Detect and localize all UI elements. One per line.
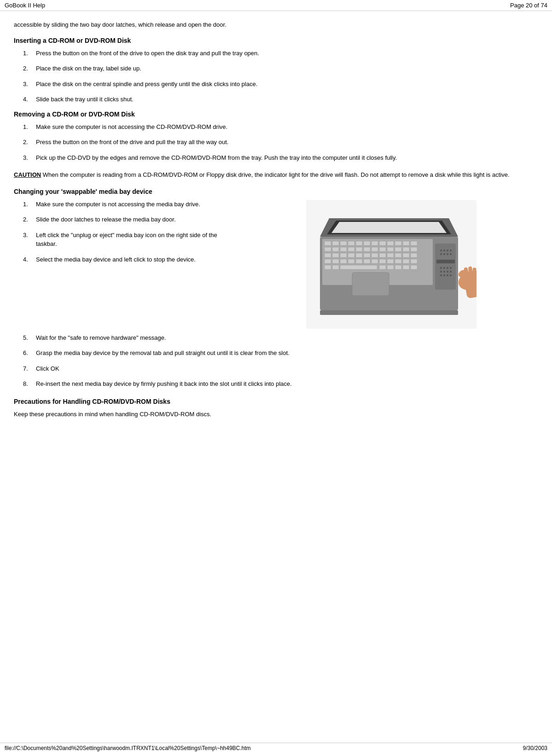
precautions-heading: Precautions for Handling CD-ROM/DVD-ROM …: [14, 398, 538, 405]
svg-rect-17: [411, 241, 417, 245]
svg-point-73: [440, 267, 442, 269]
list-text: Place the disk on the tray, label side u…: [36, 64, 538, 73]
svg-point-67: [447, 250, 448, 251]
svg-rect-16: [403, 241, 409, 245]
precautions-intro: Keep these precautions in mind when hand…: [14, 410, 538, 419]
svg-rect-47: [364, 259, 370, 263]
list-item: 1. Make sure the computer is not accessi…: [23, 200, 235, 209]
svg-rect-45: [348, 259, 354, 263]
svg-rect-29: [411, 247, 417, 251]
svg-rect-34: [356, 253, 362, 257]
svg-rect-24: [372, 247, 378, 251]
svg-point-81: [440, 274, 442, 276]
svg-point-72: [450, 253, 452, 255]
svg-rect-54: [325, 265, 331, 269]
list-item: 1. Press the button on the front of the …: [23, 49, 538, 58]
list-number: 8.: [23, 379, 36, 389]
svg-point-75: [447, 267, 448, 269]
media-bay-section: Changing your 'swappable' media bay devi…: [14, 188, 538, 389]
svg-rect-7: [332, 241, 339, 245]
svg-rect-33: [348, 253, 354, 257]
svg-point-82: [443, 274, 445, 276]
svg-rect-28: [403, 247, 409, 251]
list-number: 4.: [23, 95, 36, 104]
svg-rect-37: [379, 253, 386, 257]
page-header: GoBook II Help Page 20 of 74: [0, 0, 552, 11]
svg-rect-23: [364, 247, 370, 251]
svg-point-80: [450, 271, 452, 273]
intro-text: accessible by sliding the two bay door l…: [14, 20, 538, 29]
list-text: Pick up the CD-DVD by the edges and remo…: [36, 153, 538, 163]
svg-rect-38: [387, 253, 394, 257]
svg-rect-41: [411, 253, 417, 257]
svg-rect-63: [435, 244, 456, 290]
list-item: 3. Place the disk on the central spindle…: [23, 80, 538, 89]
caution-label: CAUTION: [14, 171, 41, 178]
list-number: 5.: [23, 333, 36, 343]
list-item: 7. Click OK: [23, 364, 538, 373]
list-number: 1.: [23, 200, 36, 209]
svg-rect-49: [379, 259, 386, 263]
svg-point-68: [450, 250, 452, 251]
svg-rect-35: [364, 253, 370, 257]
svg-rect-36: [372, 253, 378, 257]
svg-rect-6: [325, 241, 331, 245]
list-item: 3. Left click the "unplug or eject" medi…: [23, 231, 235, 249]
list-number: 3.: [23, 80, 36, 89]
main-content: accessible by sliding the two bay door l…: [0, 11, 552, 454]
removing-heading: Removing a CD-ROM or DVD-ROM Disk: [14, 110, 538, 118]
svg-rect-60: [403, 265, 409, 269]
svg-rect-42: [325, 259, 331, 263]
caution-text: When the computer is reading from a CD-R…: [41, 171, 509, 178]
svg-rect-10: [356, 241, 362, 245]
list-number: 2.: [23, 215, 36, 224]
svg-rect-51: [395, 259, 401, 263]
svg-rect-64: [436, 260, 455, 263]
svg-rect-19: [332, 247, 339, 251]
svg-point-66: [443, 250, 445, 251]
svg-point-84: [450, 274, 452, 276]
svg-rect-22: [356, 247, 362, 251]
svg-rect-9: [348, 241, 354, 245]
svg-rect-53: [411, 259, 417, 263]
inserting-heading: Inserting a CD-ROM or DVD-ROM Disk: [14, 37, 538, 44]
svg-rect-46: [356, 259, 362, 263]
list-number: 7.: [23, 364, 36, 373]
list-number: 4.: [23, 255, 36, 264]
svg-rect-58: [387, 265, 394, 269]
list-number: 2.: [23, 138, 36, 147]
list-number: 1.: [23, 49, 36, 58]
list-text: Press the button on the front of the dri…: [36, 49, 538, 58]
svg-rect-56: [340, 265, 377, 269]
list-item: 2. Place the disk on the tray, label sid…: [23, 64, 538, 73]
list-number: 6.: [23, 349, 36, 358]
list-item: 5. Wait for the "safe to remove hardware…: [23, 333, 538, 343]
list-number: 3.: [23, 153, 36, 163]
svg-rect-20: [340, 247, 347, 251]
svg-rect-26: [387, 247, 394, 251]
list-text: Wait for the "safe to remove hardware" m…: [36, 333, 538, 343]
list-text: Make sure the computer is not accessing …: [36, 122, 538, 132]
svg-rect-11: [364, 241, 370, 245]
list-text: Place the disk on the central spindle an…: [36, 80, 538, 89]
svg-rect-61: [411, 265, 417, 269]
svg-rect-15: [395, 241, 401, 245]
svg-point-78: [443, 271, 445, 273]
media-bay-layout: 1. Make sure the computer is not accessi…: [14, 200, 538, 329]
list-item: 2. Slide the door latches to release the…: [23, 215, 235, 224]
svg-rect-30: [325, 253, 331, 257]
list-text: Slide the door latches to release the me…: [36, 215, 235, 224]
svg-rect-12: [372, 241, 378, 245]
svg-rect-91: [320, 310, 458, 315]
list-item: 6. Grasp the media bay device by the rem…: [23, 349, 538, 358]
list-text: Left click the "unplug or eject" media b…: [36, 231, 235, 249]
svg-rect-27: [395, 247, 401, 251]
svg-rect-8: [340, 241, 347, 245]
list-text: Click OK: [36, 364, 538, 373]
page-info: Page 20 of 74: [510, 2, 547, 9]
page-footer: file://C:\Documents%20and%20Settings\har…: [0, 743, 552, 751]
svg-rect-52: [403, 259, 409, 263]
list-number: 2.: [23, 64, 36, 73]
svg-rect-21: [348, 247, 354, 251]
svg-point-71: [447, 253, 448, 255]
